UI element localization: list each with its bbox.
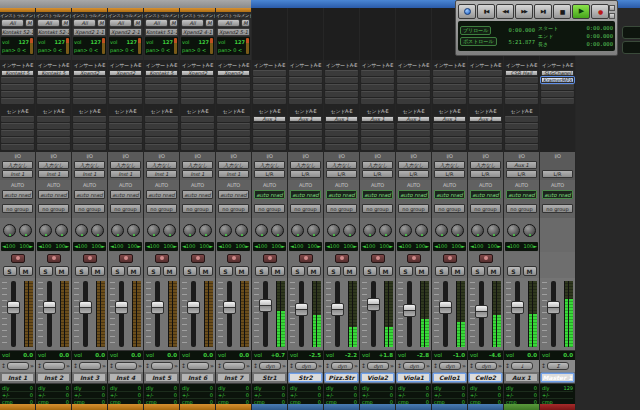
volume-fader[interactable] <box>551 281 556 347</box>
output-selector[interactable]: L/R <box>326 170 357 178</box>
insert-slot[interactable] <box>145 84 178 90</box>
record-arm-button[interactable] <box>47 254 61 263</box>
strip-size-arrows-icon[interactable]: ↕ <box>253 361 258 371</box>
send-slot[interactable] <box>217 144 250 150</box>
play-button[interactable]: ▶ <box>572 4 590 19</box>
pan-left-value[interactable]: ◄100 <box>434 242 447 251</box>
insert-slot[interactable] <box>289 98 322 104</box>
mute-button[interactable]: M <box>343 266 357 276</box>
mini-vol-value[interactable]: 127 <box>199 40 209 45</box>
insert-slot[interactable]: Xpand2 <box>181 70 214 76</box>
insert-slot[interactable] <box>433 77 466 83</box>
pan-knob-left[interactable] <box>111 224 124 237</box>
automation-mode-button[interactable]: auto read <box>254 190 285 199</box>
send-slot[interactable] <box>469 123 502 129</box>
pan-knob-left[interactable] <box>507 224 520 237</box>
pan-left-value[interactable]: ◄100 <box>290 242 303 251</box>
strip-size-arrows-icon[interactable]: ↕ <box>109 361 114 371</box>
send-slot[interactable] <box>1 116 34 122</box>
pan-knob-right[interactable] <box>307 224 320 237</box>
insert-slot[interactable] <box>505 91 538 97</box>
mini-pan-value[interactable]: pan> 0 < <box>218 48 242 53</box>
send-slot[interactable] <box>73 116 106 122</box>
pan-knob-left[interactable] <box>255 224 268 237</box>
pan-right-value[interactable]: 100► <box>488 242 501 251</box>
pan-knob-left[interactable] <box>75 224 88 237</box>
send-slot[interactable] <box>433 137 466 143</box>
insert-slot[interactable] <box>253 98 286 104</box>
insert-slot[interactable] <box>469 91 502 97</box>
insert-slot[interactable] <box>37 77 70 83</box>
group-selector[interactable]: no group <box>2 204 33 213</box>
strip-size-arrows-icon[interactable]: ↕ <box>217 361 222 371</box>
send-slot[interactable] <box>217 137 250 143</box>
insert-slot[interactable] <box>145 77 178 83</box>
insert-slot[interactable]: Kontakt 5 <box>1 70 34 76</box>
fader-cap[interactable] <box>151 301 164 314</box>
send-slot[interactable] <box>217 116 250 122</box>
dyn-button[interactable] <box>151 362 173 370</box>
record-arm-button[interactable] <box>83 254 97 263</box>
send-slot[interactable] <box>433 123 466 129</box>
solo-button[interactable]: S <box>255 266 269 276</box>
send-slot[interactable] <box>109 144 142 150</box>
input-selector[interactable]: 入力なし <box>218 161 249 169</box>
pan-knob-right[interactable] <box>487 224 500 237</box>
insert-slot[interactable] <box>397 84 430 90</box>
fader-cap[interactable] <box>7 301 20 314</box>
insert-slot[interactable] <box>217 84 250 90</box>
volume-fader[interactable] <box>371 281 376 347</box>
fader-cap[interactable] <box>331 303 344 316</box>
track-name[interactable]: Inst 1 <box>1 373 34 382</box>
volume-fader[interactable] <box>47 281 52 347</box>
track-name[interactable]: Inst 2 <box>37 373 70 382</box>
mini-vol-value[interactable]: 127 <box>55 40 65 45</box>
volume-fader[interactable] <box>335 281 340 347</box>
group-selector[interactable]: no group <box>218 204 249 213</box>
insert-slot[interactable] <box>289 91 322 97</box>
insert-slot[interactable]: Xpand2 <box>217 70 250 76</box>
pan-left-value[interactable]: ◄100 <box>362 242 375 251</box>
fader-cap[interactable] <box>367 298 380 311</box>
strip-size-arrows-icon[interactable]: ↕ <box>289 361 294 371</box>
input-selector[interactable]: 入力なし <box>326 161 357 169</box>
pan-left-value[interactable]: ◄100 <box>74 242 87 251</box>
insert-slot[interactable]: SLGChanel <box>541 70 574 76</box>
send-slot[interactable] <box>289 144 322 150</box>
send-slot[interactable] <box>361 123 394 129</box>
insert-slot[interactable] <box>37 98 70 104</box>
strip-size-arrows-icon[interactable]: ↕ <box>145 361 150 371</box>
send-slot[interactable]: Aux 1 <box>253 116 286 122</box>
insert-slot[interactable] <box>469 70 502 76</box>
automation-mode-button[interactable]: auto read <box>2 190 33 199</box>
pan-left-value[interactable]: ◄100 <box>218 242 231 251</box>
solo-button[interactable]: S <box>111 266 125 276</box>
automation-mode-button[interactable]: auto read <box>146 190 177 199</box>
preroll-button[interactable]: プリロール <box>460 26 491 35</box>
send-slot[interactable] <box>73 123 106 129</box>
fader-cap[interactable] <box>511 301 524 314</box>
insert-slot[interactable] <box>253 84 286 90</box>
pan-knob-right[interactable] <box>199 224 212 237</box>
pan-knob-left[interactable] <box>147 224 160 237</box>
pan-knob-left[interactable] <box>471 224 484 237</box>
send-slot[interactable] <box>145 116 178 122</box>
go-to-end-button[interactable]: ▶▮ <box>534 4 552 19</box>
midi-node-selector[interactable]: Xpand2 2-1 <box>109 28 142 36</box>
insert-slot[interactable] <box>217 98 250 104</box>
send-slot[interactable] <box>145 137 178 143</box>
automation-mode-button[interactable]: auto read <box>506 190 537 199</box>
pan-right-value[interactable]: 100► <box>344 242 357 251</box>
output-selector[interactable]: Inst 1 <box>74 170 105 178</box>
pan-right-value[interactable]: 100► <box>92 242 105 251</box>
pan-knob-left[interactable] <box>291 224 304 237</box>
send-slot[interactable] <box>181 130 214 136</box>
volume-fader[interactable] <box>83 281 88 347</box>
input-selector[interactable]: 入力なし <box>2 161 33 169</box>
send-slot[interactable] <box>361 144 394 150</box>
record-arm-button[interactable] <box>371 254 385 263</box>
pan-knob-right[interactable] <box>19 224 32 237</box>
dyn-button[interactable]: dyn <box>439 362 461 370</box>
send-slot[interactable] <box>325 137 358 143</box>
send-slot[interactable] <box>109 137 142 143</box>
